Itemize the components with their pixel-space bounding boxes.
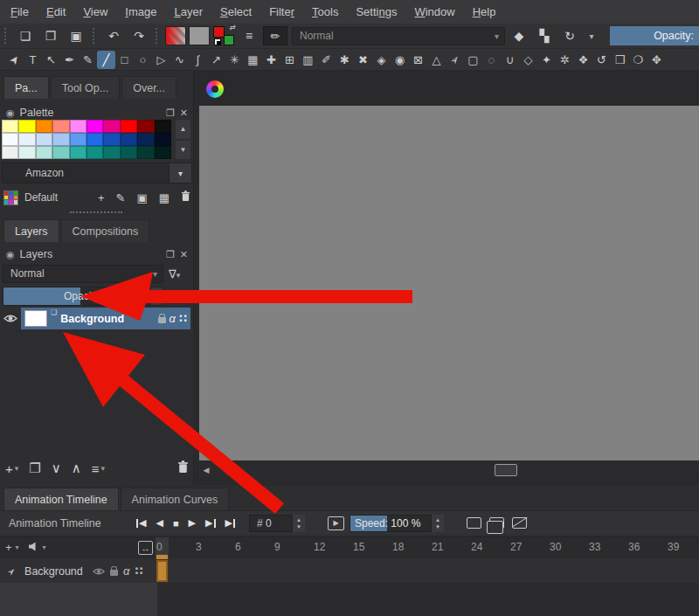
palette-swatch[interactable]: [137, 146, 154, 159]
duplicate-layer-button[interactable]: ❐: [29, 460, 40, 476]
alpha-lock-icon[interactable]: α: [123, 564, 129, 578]
foreground-background-colors[interactable]: ⇄: [212, 25, 235, 46]
previous-frame-button[interactable]: ◀: [156, 517, 163, 529]
add-layer-button[interactable]: +▾: [5, 461, 18, 476]
tool-button[interactable]: ✎: [79, 51, 97, 69]
palette-swatch[interactable]: [155, 133, 171, 146]
palette-swatch[interactable]: [121, 146, 137, 159]
tool-button[interactable]: ❍: [629, 51, 647, 69]
blend-mode-dropdown[interactable]: Normal ▾: [292, 27, 505, 45]
palette-swatch[interactable]: [87, 146, 103, 159]
gradient-swatch[interactable]: [165, 26, 186, 45]
frame-tick-label[interactable]: 27: [510, 541, 550, 553]
open-document-icon[interactable]: ❐: [39, 26, 62, 45]
tool-button[interactable]: ➢: [442, 46, 467, 72]
preserve-alpha-icon[interactable]: ▚: [533, 26, 556, 45]
palette-swatch[interactable]: [52, 146, 69, 159]
move-layer-up-button[interactable]: ∧: [72, 460, 81, 476]
tool-button[interactable]: ✖: [354, 51, 372, 69]
pattern-swatch[interactable]: [189, 26, 210, 45]
layer-lock-icon[interactable]: [110, 570, 118, 576]
chevron-down-icon[interactable]: ▾: [169, 163, 191, 183]
color-wheel-icon[interactable]: [206, 80, 224, 98]
save-icon[interactable]: ▣: [65, 26, 87, 45]
tool-button[interactable]: □: [115, 51, 134, 69]
docker-tab[interactable]: Compositions: [61, 219, 150, 242]
tool-button[interactable]: ◇: [519, 51, 537, 69]
frame-tick-label[interactable]: 6: [235, 541, 274, 553]
float-docker-icon[interactable]: ❐: [166, 107, 175, 119]
palette-swatch[interactable]: [87, 120, 103, 133]
menu-item[interactable]: Help: [464, 5, 505, 18]
delete-swatch-icon[interactable]: [181, 190, 190, 204]
tool-button[interactable]: ↖: [42, 51, 60, 69]
toolbar-drag-handle[interactable]: [4, 28, 9, 44]
frame-tick-label[interactable]: 9: [274, 541, 314, 553]
palette-swatch[interactable]: [2, 120, 18, 133]
horizontal-scrollbar[interactable]: ◀: [199, 462, 699, 478]
timeline-ruler[interactable]: +▾ ▾ ↔ 0 3 6 9 12: [0, 536, 699, 558]
docker-tab[interactable]: Layers: [3, 219, 59, 242]
tool-button[interactable]: ✲: [556, 51, 574, 69]
skip-to-start-button[interactable]: ◀: [136, 517, 146, 529]
frame-tick-label[interactable]: 21: [432, 541, 471, 553]
frame-tick-label[interactable]: 3: [196, 541, 235, 553]
swap-colors-icon[interactable]: ⇄: [229, 24, 235, 31]
edit-palette-icon[interactable]: ✎: [116, 191, 126, 204]
create-duplicate-frame-button[interactable]: [489, 517, 504, 529]
palette-swatch[interactable]: [52, 133, 69, 146]
tool-button[interactable]: ◈: [372, 51, 391, 69]
toolbar-drag-handle[interactable]: [93, 28, 97, 44]
frame-spinner[interactable]: ▴▾: [293, 515, 305, 532]
palette-swatch[interactable]: [155, 146, 171, 159]
tool-button[interactable]: ✐: [317, 51, 336, 69]
toolbar-drag-handle[interactable]: [156, 28, 160, 44]
scroll-left-icon[interactable]: ◀: [199, 466, 213, 474]
tool-button[interactable]: ∿: [170, 51, 189, 69]
play-button[interactable]: ▶: [189, 517, 196, 529]
tool-button[interactable]: ✒: [60, 51, 79, 69]
redo-icon[interactable]: ↷: [128, 26, 150, 45]
close-docker-icon[interactable]: ✕: [180, 107, 188, 119]
tool-button[interactable]: ○: [134, 51, 152, 69]
palette-swatch[interactable]: [70, 146, 87, 159]
docker-lock-icon[interactable]: ◉: [6, 107, 15, 119]
palette-swatch[interactable]: [103, 146, 120, 159]
float-docker-icon[interactable]: ❐: [166, 249, 175, 260]
palette-swatch[interactable]: [103, 133, 120, 146]
remove-frame-button[interactable]: [512, 517, 527, 529]
background-color[interactable]: [224, 35, 234, 45]
timeline-layer-row[interactable]: ➢ Background α ∷: [0, 559, 699, 583]
tool-button[interactable]: T: [24, 51, 42, 69]
palette-swatch[interactable]: [70, 133, 87, 146]
frame-tick-label[interactable]: 30: [550, 541, 589, 553]
menu-item[interactable]: Window: [405, 5, 463, 18]
tool-button[interactable]: ✱: [336, 51, 354, 69]
tool-button[interactable]: ▦: [244, 51, 262, 69]
chevron-down-icon[interactable]: ▾: [584, 26, 599, 45]
delete-layer-button[interactable]: [177, 460, 189, 476]
default-colors-icon[interactable]: [214, 38, 221, 45]
scroll-up-icon[interactable]: ▲: [176, 120, 190, 139]
frame-tick-label[interactable]: 15: [353, 541, 392, 553]
layer-opacity-slider[interactable]: Opacity: ▴▾: [3, 287, 163, 306]
tool-button[interactable]: ✚: [262, 51, 280, 69]
frame-tick-label[interactable]: 12: [314, 541, 353, 553]
frame-tick-label[interactable]: 39: [668, 541, 699, 553]
tool-button[interactable]: ╱: [97, 51, 115, 69]
tool-button[interactable]: ❒: [611, 51, 629, 69]
document-canvas[interactable]: [199, 106, 699, 460]
tool-button[interactable]: ▷: [152, 51, 170, 69]
onion-skin-icon[interactable]: ❏: [51, 308, 57, 316]
menu-item[interactable]: Filter: [260, 5, 303, 18]
collapse-icon[interactable]: —: [170, 290, 181, 302]
palette-swatch[interactable]: [52, 120, 69, 133]
pin-row-icon[interactable]: +: [5, 541, 12, 554]
palette-swatch[interactable]: [70, 120, 87, 133]
tool-button[interactable]: ❖: [574, 51, 592, 69]
docker-tab[interactable]: Pa...: [3, 76, 49, 99]
menu-item[interactable]: Settings: [347, 5, 405, 18]
palette-swatch[interactable]: [18, 146, 35, 159]
create-blank-frame-button[interactable]: [467, 517, 481, 529]
brush-settings-icon[interactable]: ≡: [238, 26, 260, 45]
